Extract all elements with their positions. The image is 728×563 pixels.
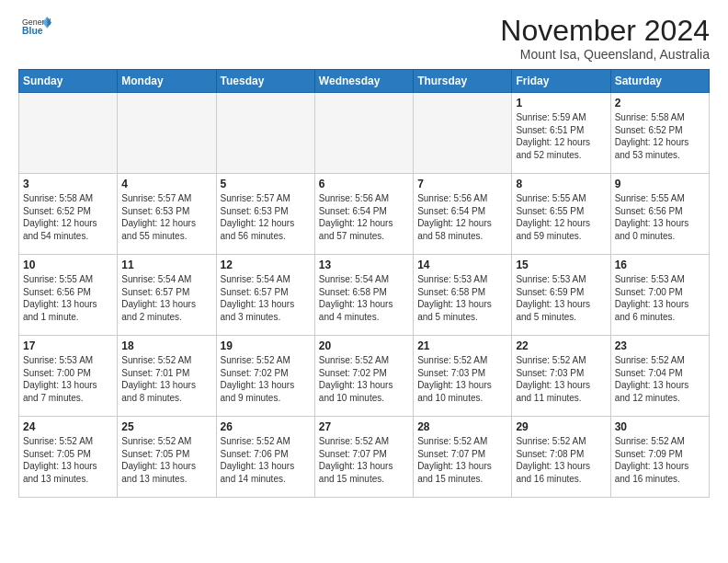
day-number: 19: [221, 339, 311, 352]
title-block: November 2024 Mount Isa, Queensland, Aus…: [500, 15, 710, 62]
logo-icon: General Blue: [22, 15, 51, 40]
calendar-week-row: 1Sunrise: 5:59 AMSunset: 6:51 PMDaylight…: [19, 93, 710, 174]
table-row: 19Sunrise: 5:52 AMSunset: 7:02 PMDayligh…: [216, 336, 314, 417]
table-row: 2Sunrise: 5:58 AMSunset: 6:52 PMDaylight…: [610, 93, 709, 174]
day-info: Sunrise: 5:54 AMSunset: 6:57 PMDaylight:…: [221, 273, 311, 323]
day-number: 18: [121, 339, 211, 352]
day-number: 29: [516, 420, 606, 433]
header-saturday: Saturday: [610, 70, 709, 93]
table-row: 4Sunrise: 5:57 AMSunset: 6:53 PMDaylight…: [118, 174, 216, 255]
table-row: 10Sunrise: 5:55 AMSunset: 6:56 PMDayligh…: [19, 255, 118, 336]
header: General Blue November 2024 Mount Isa, Qu…: [18, 15, 710, 62]
day-info: Sunrise: 5:52 AMSunset: 7:04 PMDaylight:…: [615, 354, 705, 404]
day-number: 7: [417, 178, 507, 190]
day-number: 21: [417, 339, 507, 352]
table-row: 24Sunrise: 5:52 AMSunset: 7:05 PMDayligh…: [19, 417, 118, 498]
day-info: Sunrise: 5:54 AMSunset: 6:58 PMDaylight:…: [319, 273, 409, 323]
day-number: 6: [319, 178, 409, 190]
day-info: Sunrise: 5:59 AMSunset: 6:51 PMDaylight:…: [516, 111, 606, 161]
header-wednesday: Wednesday: [314, 70, 413, 93]
page: General Blue November 2024 Mount Isa, Qu…: [0, 0, 728, 507]
day-number: 30: [615, 420, 705, 433]
day-info: Sunrise: 5:52 AMSunset: 7:02 PMDaylight:…: [221, 354, 311, 404]
calendar-week-row: 17Sunrise: 5:53 AMSunset: 7:00 PMDayligh…: [19, 336, 710, 417]
calendar-subtitle: Mount Isa, Queensland, Australia: [500, 47, 710, 62]
day-number: 4: [121, 178, 211, 190]
day-number: 24: [23, 420, 113, 433]
day-info: Sunrise: 5:52 AMSunset: 7:02 PMDaylight:…: [319, 354, 409, 404]
day-info: Sunrise: 5:52 AMSunset: 7:03 PMDaylight:…: [516, 354, 606, 404]
day-number: 28: [417, 420, 507, 433]
day-number: 5: [221, 178, 311, 190]
header-tuesday: Tuesday: [216, 70, 314, 93]
table-row: 14Sunrise: 5:53 AMSunset: 6:58 PMDayligh…: [414, 255, 512, 336]
table-row: 16Sunrise: 5:53 AMSunset: 7:00 PMDayligh…: [610, 255, 709, 336]
day-info: Sunrise: 5:52 AMSunset: 7:07 PMDaylight:…: [319, 435, 409, 485]
day-number: 22: [516, 339, 606, 352]
day-number: 14: [417, 259, 507, 271]
table-row: [314, 93, 413, 174]
weekday-header-row: Sunday Monday Tuesday Wednesday Thursday…: [19, 70, 710, 93]
day-number: 17: [23, 339, 113, 352]
day-number: 10: [23, 259, 113, 271]
table-row: 5Sunrise: 5:57 AMSunset: 6:53 PMDaylight…: [216, 174, 314, 255]
logo: General Blue: [18, 15, 51, 40]
table-row: [118, 93, 216, 174]
table-row: 25Sunrise: 5:52 AMSunset: 7:05 PMDayligh…: [118, 417, 216, 498]
day-info: Sunrise: 5:52 AMSunset: 7:05 PMDaylight:…: [23, 435, 113, 485]
day-number: 26: [221, 420, 311, 433]
day-number: 1: [516, 97, 606, 109]
day-info: Sunrise: 5:53 AMSunset: 7:00 PMDaylight:…: [615, 273, 705, 323]
header-monday: Monday: [118, 70, 216, 93]
day-info: Sunrise: 5:58 AMSunset: 6:52 PMDaylight:…: [615, 111, 705, 161]
day-info: Sunrise: 5:55 AMSunset: 6:55 PMDaylight:…: [516, 192, 606, 242]
table-row: 11Sunrise: 5:54 AMSunset: 6:57 PMDayligh…: [118, 255, 216, 336]
day-info: Sunrise: 5:53 AMSunset: 7:00 PMDaylight:…: [23, 354, 113, 404]
calendar-week-row: 3Sunrise: 5:58 AMSunset: 6:52 PMDaylight…: [19, 174, 710, 255]
calendar-table: Sunday Monday Tuesday Wednesday Thursday…: [18, 69, 710, 498]
day-info: Sunrise: 5:57 AMSunset: 6:53 PMDaylight:…: [221, 192, 311, 242]
table-row: 7Sunrise: 5:56 AMSunset: 6:54 PMDaylight…: [414, 174, 512, 255]
table-row: 15Sunrise: 5:53 AMSunset: 6:59 PMDayligh…: [512, 255, 610, 336]
table-row: 20Sunrise: 5:52 AMSunset: 7:02 PMDayligh…: [314, 336, 413, 417]
table-row: 27Sunrise: 5:52 AMSunset: 7:07 PMDayligh…: [314, 417, 413, 498]
table-row: 18Sunrise: 5:52 AMSunset: 7:01 PMDayligh…: [118, 336, 216, 417]
table-row: [216, 93, 314, 174]
header-friday: Friday: [512, 70, 610, 93]
day-number: 9: [615, 178, 705, 190]
table-row: 22Sunrise: 5:52 AMSunset: 7:03 PMDayligh…: [512, 336, 610, 417]
table-row: 26Sunrise: 5:52 AMSunset: 7:06 PMDayligh…: [216, 417, 314, 498]
day-info: Sunrise: 5:55 AMSunset: 6:56 PMDaylight:…: [615, 192, 705, 242]
day-number: 8: [516, 178, 606, 190]
day-number: 16: [615, 259, 705, 271]
table-row: 28Sunrise: 5:52 AMSunset: 7:07 PMDayligh…: [414, 417, 512, 498]
day-info: Sunrise: 5:52 AMSunset: 7:03 PMDaylight:…: [417, 354, 507, 404]
table-row: 23Sunrise: 5:52 AMSunset: 7:04 PMDayligh…: [610, 336, 709, 417]
calendar-week-row: 24Sunrise: 5:52 AMSunset: 7:05 PMDayligh…: [19, 417, 710, 498]
day-info: Sunrise: 5:56 AMSunset: 6:54 PMDaylight:…: [319, 192, 409, 242]
day-info: Sunrise: 5:52 AMSunset: 7:08 PMDaylight:…: [516, 435, 606, 485]
day-info: Sunrise: 5:53 AMSunset: 6:59 PMDaylight:…: [516, 273, 606, 323]
table-row: [19, 93, 118, 174]
table-row: 13Sunrise: 5:54 AMSunset: 6:58 PMDayligh…: [314, 255, 413, 336]
day-info: Sunrise: 5:52 AMSunset: 7:01 PMDaylight:…: [121, 354, 211, 404]
table-row: 12Sunrise: 5:54 AMSunset: 6:57 PMDayligh…: [216, 255, 314, 336]
day-info: Sunrise: 5:55 AMSunset: 6:56 PMDaylight:…: [23, 273, 113, 323]
table-row: 17Sunrise: 5:53 AMSunset: 7:00 PMDayligh…: [19, 336, 118, 417]
day-info: Sunrise: 5:52 AMSunset: 7:07 PMDaylight:…: [417, 435, 507, 485]
table-row: 3Sunrise: 5:58 AMSunset: 6:52 PMDaylight…: [19, 174, 118, 255]
table-row: [414, 93, 512, 174]
table-row: 8Sunrise: 5:55 AMSunset: 6:55 PMDaylight…: [512, 174, 610, 255]
day-number: 12: [221, 259, 311, 271]
day-number: 23: [615, 339, 705, 352]
table-row: 1Sunrise: 5:59 AMSunset: 6:51 PMDaylight…: [512, 93, 610, 174]
day-number: 13: [319, 259, 409, 271]
day-number: 20: [319, 339, 409, 352]
day-info: Sunrise: 5:56 AMSunset: 6:54 PMDaylight:…: [417, 192, 507, 242]
day-info: Sunrise: 5:53 AMSunset: 6:58 PMDaylight:…: [417, 273, 507, 323]
day-number: 15: [516, 259, 606, 271]
table-row: 30Sunrise: 5:52 AMSunset: 7:09 PMDayligh…: [610, 417, 709, 498]
table-row: 9Sunrise: 5:55 AMSunset: 6:56 PMDaylight…: [610, 174, 709, 255]
calendar-week-row: 10Sunrise: 5:55 AMSunset: 6:56 PMDayligh…: [19, 255, 710, 336]
header-sunday: Sunday: [19, 70, 118, 93]
